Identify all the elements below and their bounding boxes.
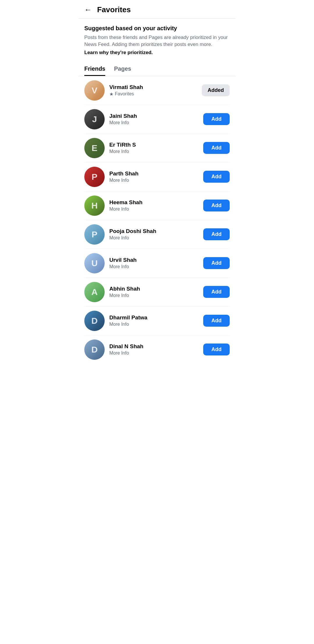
star-icon: ★ (109, 91, 113, 97)
list-item: PParth ShahMore InfoAdd (84, 163, 230, 191)
friend-name: Pooja Doshi Shah (109, 228, 203, 234)
friend-name: Urvil Shah (109, 257, 203, 263)
friend-name: Jaini Shah (109, 113, 203, 119)
list-item: VVirmati Shah★FavoritesAdded (84, 76, 230, 105)
suggestion-heading: Suggested based on your activity (84, 25, 230, 32)
friend-sub[interactable]: More Info (109, 322, 203, 327)
friend-info: Er TiRth SMore Info (109, 142, 203, 154)
friend-sub[interactable]: More Info (109, 207, 203, 212)
avatar: P (84, 224, 105, 245)
friend-name: Parth Shah (109, 170, 203, 177)
avatar: U (84, 253, 105, 273)
list-item: PPooja Doshi ShahMore InfoAdd (84, 220, 230, 249)
friend-info: Pooja Doshi ShahMore Info (109, 228, 203, 241)
friend-sub[interactable]: More Info (109, 351, 203, 356)
suggestion-section: Suggested based on your activity Posts f… (78, 19, 236, 58)
avatar: A (84, 282, 105, 302)
avatar: D (84, 311, 105, 331)
list-item: HHeema ShahMore InfoAdd (84, 191, 230, 220)
avatar: E (84, 138, 105, 158)
add-button[interactable]: Add (203, 286, 230, 298)
friend-info: Dharmil PatwaMore Info (109, 314, 203, 327)
suggestion-description: Posts from these friends and Pages are a… (84, 34, 230, 48)
friend-name: Er TiRth S (109, 142, 203, 148)
friend-info: Dinal N ShahMore Info (109, 343, 203, 356)
friend-name: Heema Shah (109, 199, 203, 206)
friend-name: Abhin Shah (109, 286, 203, 292)
avatar: D (84, 339, 105, 360)
add-button[interactable]: Add (203, 113, 230, 125)
add-button[interactable]: Add (203, 200, 230, 211)
list-item: DDharmil PatwaMore InfoAdd (84, 307, 230, 335)
list-item: UUrvil ShahMore InfoAdd (84, 249, 230, 278)
add-button[interactable]: Add (203, 228, 230, 240)
friend-info: Parth ShahMore Info (109, 170, 203, 183)
page-title: Favorites (97, 5, 131, 14)
tab-friends[interactable]: Friends (84, 63, 105, 76)
friend-info: Urvil ShahMore Info (109, 257, 203, 269)
list-item: DDinal N ShahMore InfoAdd (84, 335, 230, 364)
avatar: J (84, 109, 105, 129)
header: ← Favorites (78, 0, 236, 19)
add-button[interactable]: Add (203, 257, 230, 269)
avatar: H (84, 195, 105, 216)
avatar: P (84, 167, 105, 187)
list-item: JJaini ShahMore InfoAdd (84, 105, 230, 134)
list-item: EEr TiRth SMore InfoAdd (84, 134, 230, 163)
friend-list: VVirmati Shah★FavoritesAddedJJaini ShahM… (78, 76, 236, 364)
friend-sub[interactable]: More Info (109, 149, 203, 154)
added-button[interactable]: Added (202, 84, 230, 96)
add-button[interactable]: Add (203, 344, 230, 355)
friend-info: Heema ShahMore Info (109, 199, 203, 212)
friend-info: Jaini ShahMore Info (109, 113, 203, 125)
learn-why-link[interactable]: Learn why they're prioritized. (84, 50, 153, 55)
friend-sub: ★Favorites (109, 91, 202, 97)
friend-name: Dharmil Patwa (109, 314, 203, 321)
add-button[interactable]: Add (203, 142, 230, 154)
add-button[interactable]: Add (203, 315, 230, 327)
friend-name: Virmati Shah (109, 84, 202, 90)
back-button[interactable]: ← (84, 5, 92, 14)
add-button[interactable]: Add (203, 171, 230, 183)
friend-name: Dinal N Shah (109, 343, 203, 350)
tabs-container: Friends Pages (78, 63, 236, 76)
avatar: V (84, 80, 105, 101)
friend-sub[interactable]: More Info (109, 178, 203, 183)
friend-sub[interactable]: More Info (109, 120, 203, 125)
friend-info: Abhin ShahMore Info (109, 286, 203, 298)
list-item: AAbhin ShahMore InfoAdd (84, 278, 230, 307)
tab-pages[interactable]: Pages (114, 63, 131, 76)
friend-info: Virmati Shah★Favorites (109, 84, 202, 97)
friend-sub[interactable]: More Info (109, 293, 203, 298)
friend-sub[interactable]: More Info (109, 264, 203, 269)
friend-sub[interactable]: More Info (109, 235, 203, 241)
